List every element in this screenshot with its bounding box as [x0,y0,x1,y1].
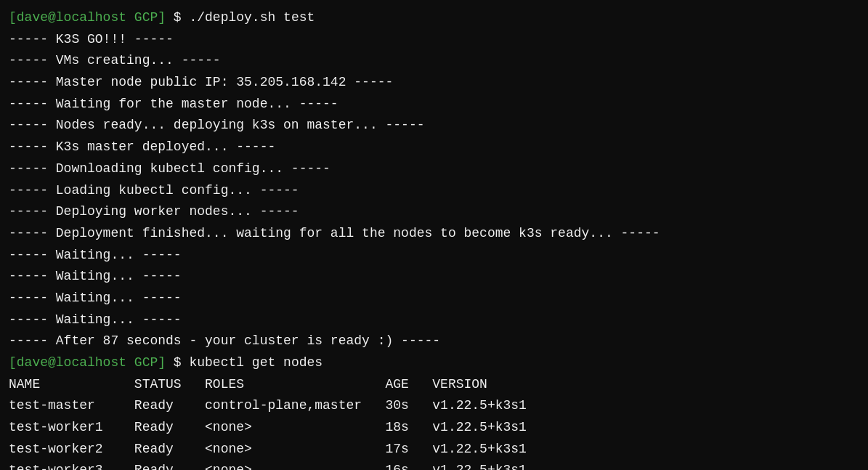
line-worker2: test-worker2 Ready <none> 17s v1.22.5+k3… [9,439,859,461]
line-loading: ----- Loading kubectl config... ----- [9,180,859,202]
line-vms: ----- VMs creating... ----- [9,50,859,72]
line-masterip: ----- Master node public IP: 35.205.168.… [9,72,859,94]
line-worker1: test-worker1 Ready <none> 18s v1.22.5+k3… [9,417,859,439]
line-prompt2: [dave@localhost GCP] $ kubectl get nodes [9,352,859,374]
line-nodesready: ----- Nodes ready... deploying k3s on ma… [9,115,859,137]
line-masterdeployed: ----- K3s master deployed... ----- [9,137,859,158]
line-after87: ----- After 87 seconds - your cluster is… [9,331,859,352]
terminal: [dave@localhost GCP] $ ./deploy.sh test-… [9,7,859,463]
line-k3sgo: ----- K3S GO!!! ----- [9,29,859,51]
line-prompt1: [dave@localhost GCP] $ ./deploy.sh test [9,7,859,29]
line-master: test-master Ready control-plane,master 3… [9,395,859,417]
line-downloading: ----- Downloading kubectl config... ----… [9,158,859,180]
line-waiting1: ----- Waiting... ----- [9,245,859,267]
line-waiting2: ----- Waiting... ----- [9,266,859,288]
line-waiting3: ----- Waiting... ----- [9,288,859,309]
line-header: NAME STATUS ROLES AGE VERSION [9,374,859,396]
line-worker3: test-worker3 Ready <none> 16s v1.22.5+k3… [9,460,859,470]
line-depfinished: ----- Deployment finished... waiting for… [9,223,859,245]
line-waitmaster: ----- Waiting for the master node... ---… [9,94,859,116]
line-waiting4: ----- Waiting... ----- [9,309,859,331]
line-deploying: ----- Deploying worker nodes... ----- [9,201,859,223]
